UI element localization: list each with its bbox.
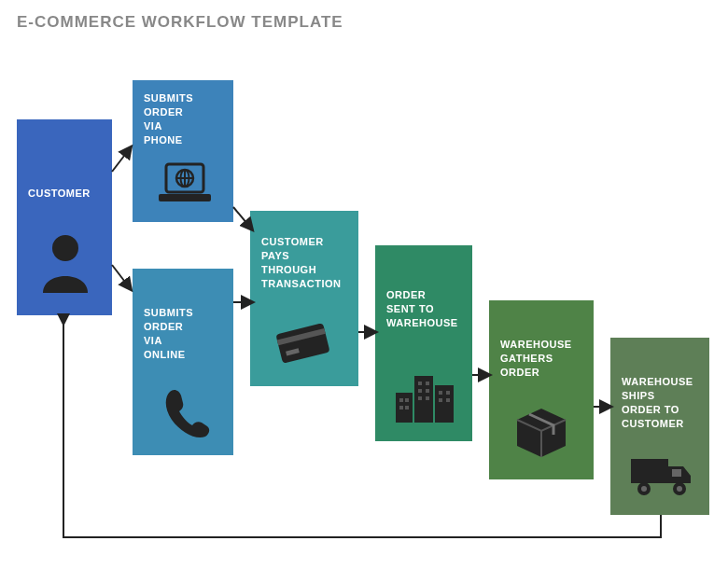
svg-rect-12 [435, 385, 454, 423]
svg-point-34 [677, 486, 682, 492]
svg-point-32 [641, 486, 647, 492]
svg-rect-21 [418, 396, 422, 400]
svg-rect-2 [159, 194, 211, 201]
svg-rect-16 [405, 406, 409, 409]
box-customer-label: CUSTOMER [28, 187, 101, 201]
buildings-icon [394, 365, 455, 423]
box-order-warehouse-label: ORDER SENT TO WAREHOUSE [386, 288, 461, 330]
svg-rect-17 [418, 382, 422, 385]
svg-rect-14 [405, 398, 409, 402]
svg-rect-30 [672, 469, 681, 477]
svg-rect-26 [446, 398, 450, 402]
svg-rect-11 [414, 376, 433, 423]
box-customer-pays: CUSTOMER PAYS THROUGH TRANSACTION [250, 211, 358, 386]
svg-rect-25 [439, 398, 442, 402]
box-warehouse-gathers-label: WAREHOUSE GATHERS ORDER [500, 338, 582, 380]
svg-point-0 [52, 235, 78, 261]
box-customer-pays-label: CUSTOMER PAYS THROUGH TRANSACTION [261, 235, 347, 290]
credit-card-icon [273, 319, 332, 364]
svg-rect-15 [399, 406, 403, 409]
box-submits-online: SUBMITS ORDER VIA ONLINE [133, 269, 233, 455]
box-warehouse-gathers: WAREHOUSE GATHERS ORDER [489, 300, 594, 479]
diagram-title: E-COMMERCE WORKFLOW TEMPLATE [17, 13, 343, 32]
svg-rect-13 [399, 398, 403, 402]
svg-rect-18 [426, 382, 429, 385]
svg-rect-23 [439, 391, 442, 395]
box-customer: CUSTOMER [17, 119, 112, 315]
box-warehouse-ships: WAREHOUSE SHIPS ORDER TO CUSTOMER [610, 338, 709, 515]
box-submits-phone: SUBMITS ORDER VIA PHONE [133, 80, 233, 222]
person-icon [39, 233, 91, 293]
delivery-truck-icon [629, 453, 694, 498]
svg-rect-24 [446, 391, 450, 395]
svg-line-35 [112, 147, 131, 172]
svg-rect-29 [631, 459, 668, 483]
telephone-icon [159, 386, 211, 438]
svg-rect-20 [426, 389, 429, 393]
workflow-canvas: E-COMMERCE WORKFLOW TEMPLATE CUSTOMER SU… [0, 0, 728, 569]
laptop-globe-icon [159, 160, 211, 207]
svg-rect-10 [396, 393, 413, 423]
box-submits-phone-label: SUBMITS ORDER VIA PHONE [144, 91, 222, 146]
svg-rect-19 [418, 389, 422, 393]
svg-line-36 [112, 265, 131, 289]
box-order-warehouse: ORDER SENT TO WAREHOUSE [375, 245, 472, 441]
box-submits-online-label: SUBMITS ORDER VIA ONLINE [144, 306, 222, 361]
box-warehouse-ships-label: WAREHOUSE SHIPS ORDER TO CUSTOMER [622, 375, 698, 430]
package-box-icon [513, 405, 569, 461]
svg-rect-22 [426, 396, 429, 400]
svg-line-37 [233, 207, 252, 229]
